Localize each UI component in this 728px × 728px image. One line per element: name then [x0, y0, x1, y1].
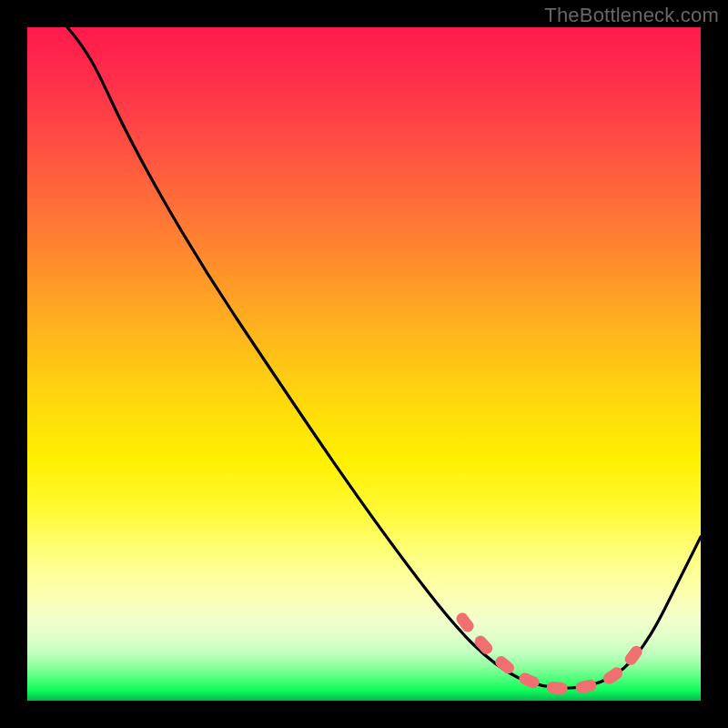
gradient-plot-area — [27, 27, 701, 701]
chart-frame: TheBottleneck.com — [0, 0, 728, 728]
bottleneck-curve — [67, 27, 701, 688]
watermark-text: TheBottleneck.com — [544, 4, 719, 27]
optimal-region-dots — [462, 619, 639, 689]
curve-svg — [27, 27, 701, 701]
